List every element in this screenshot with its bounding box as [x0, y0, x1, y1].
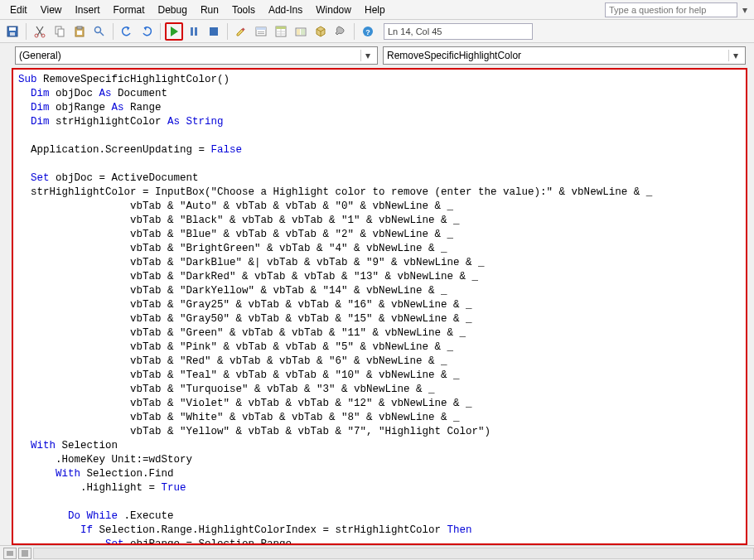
procedure-combobox-value: RemoveSpecificHighlightColor	[387, 50, 521, 61]
project-explorer-icon[interactable]	[252, 22, 270, 41]
run-icon[interactable]	[165, 22, 183, 41]
design-mode-icon[interactable]	[232, 22, 250, 41]
object-combobox-value: (General)	[19, 50, 61, 61]
code-line[interactable]: vbTab & "Black" & vbTab & vbTab & "1" & …	[18, 214, 741, 228]
svg-rect-18	[258, 31, 264, 32]
code-editor[interactable]: Sub RemoveSpecificHighlightColor() Dim o…	[12, 68, 747, 545]
code-line[interactable]: vbTab & "Yellow" & vbTab & vbTab & "7", …	[18, 425, 741, 439]
code-line[interactable]: vbTab & "Blue" & vbTab & vbTab & "2" & v…	[18, 228, 741, 242]
svg-rect-17	[256, 27, 266, 30]
object-browser-icon[interactable]	[292, 22, 310, 41]
procedure-combobox[interactable]: RemoveSpecificHighlightColor ▾	[383, 46, 746, 65]
stop-reset-icon[interactable]	[205, 22, 223, 41]
editor-area: (General) ▾ RemoveSpecificHighlightColor…	[0, 43, 754, 560]
menu-tools[interactable]: Tools	[225, 2, 262, 18]
svg-rect-14	[210, 27, 218, 36]
svg-rect-13	[195, 27, 197, 36]
svg-rect-8	[77, 27, 82, 29]
svg-rect-21	[276, 27, 286, 29]
code-line[interactable]: Set objRange = Selection.Range	[18, 538, 741, 543]
object-procedure-row: (General) ▾ RemoveSpecificHighlightColor…	[0, 43, 754, 68]
code-line[interactable]: strHighlightColor = InputBox("Choose a H…	[18, 186, 741, 200]
toolbox-icon[interactable]	[312, 22, 330, 41]
code-line[interactable]: vbTab & "Gray25" & vbTab & vbTab & "16" …	[18, 298, 741, 312]
chevron-down-icon: ▾	[728, 50, 742, 61]
svg-rect-2	[10, 32, 15, 36]
cut-icon[interactable]	[31, 22, 49, 41]
svg-line-11	[100, 32, 104, 36]
code-line[interactable]: If Selection.Range.HighlightColorIndex =…	[18, 524, 741, 538]
copy-icon[interactable]	[51, 22, 69, 41]
code-line[interactable]: vbTab & "Green" & vbTab & vbTab & "11" &…	[18, 326, 741, 340]
tools-icon[interactable]	[331, 22, 350, 41]
code-line[interactable]: vbTab & "Gray50" & vbTab & vbTab & "15" …	[18, 312, 741, 326]
code-line[interactable]: Set objDoc = ActiveDocument	[18, 171, 741, 186]
code-line[interactable]	[18, 495, 741, 509]
menu-format[interactable]: Format	[107, 2, 152, 18]
code-line[interactable]: vbTab & "Violet" & vbTab & vbTab & "12" …	[18, 397, 741, 411]
help-dropdown-icon[interactable]: ▾	[739, 4, 751, 16]
code-line[interactable]	[18, 129, 741, 143]
svg-rect-19	[258, 33, 264, 34]
code-line[interactable]: Dim objDoc As Document	[18, 87, 741, 101]
menu-addins[interactable]: Add-Ins	[262, 2, 309, 18]
svg-rect-1	[9, 27, 16, 31]
full-module-view-icon[interactable]	[18, 548, 31, 559]
code-line[interactable]: vbTab & "Turquoise" & vbTab & "3" & vbNe…	[18, 383, 741, 397]
menu-debug[interactable]: Debug	[152, 2, 194, 18]
code-line[interactable]: vbTab & "DarkRed" & vbTab & vbTab & "13"…	[18, 270, 741, 284]
cursor-position-status: Ln 14, Col 45	[384, 23, 533, 40]
find-icon[interactable]	[90, 22, 109, 41]
menu-run[interactable]: Run	[194, 2, 225, 18]
menubar: Edit View Insert Format Debug Run Tools …	[0, 0, 754, 20]
code-line[interactable]: Dim objRange As Range	[18, 101, 741, 115]
properties-window-icon[interactable]	[272, 22, 290, 41]
svg-rect-6	[58, 29, 64, 36]
svg-rect-26	[297, 29, 300, 35]
code-line[interactable]: vbTab & "DarkBlue" &| vbTab & vbTab & "9…	[18, 256, 741, 270]
menu-help[interactable]: Help	[358, 2, 392, 18]
toolbar: ? Ln 14, Col 45	[0, 20, 754, 43]
menu-insert[interactable]: Insert	[68, 2, 106, 18]
svg-point-10	[95, 27, 101, 32]
code-line[interactable]: Sub RemoveSpecificHighlightColor()	[18, 73, 741, 87]
code-line[interactable]: .HomeKey Unit:=wdStory	[18, 453, 741, 467]
view-switch-bar	[0, 545, 754, 560]
svg-rect-9	[77, 31, 82, 35]
code-line[interactable]: With Selection	[18, 439, 741, 453]
svg-rect-27	[301, 29, 305, 35]
paste-icon[interactable]	[70, 22, 89, 41]
save-icon[interactable]	[3, 22, 22, 41]
menu-edit[interactable]: Edit	[3, 2, 34, 18]
help-search-input[interactable]	[605, 2, 737, 17]
object-combobox[interactable]: (General) ▾	[15, 46, 378, 65]
help-icon[interactable]: ?	[359, 22, 377, 41]
code-line[interactable]: .Highlight = True	[18, 481, 741, 495]
chevron-down-icon: ▾	[360, 50, 374, 61]
code-line[interactable]: With Selection.Find	[18, 467, 741, 481]
code-line[interactable]: Do While .Execute	[18, 509, 741, 524]
svg-text:?: ?	[365, 28, 370, 36]
code-line[interactable]	[18, 157, 741, 171]
redo-icon[interactable]	[138, 22, 156, 41]
code-line[interactable]: vbTab & "DarkYellow" & vbTab & "14" & vb…	[18, 284, 741, 298]
code-line[interactable]: Dim strHighlightColor As String	[18, 115, 741, 129]
code-line[interactable]: vbTab & "Pink" & vbTab & vbTab & "5" & v…	[18, 340, 741, 355]
code-line[interactable]: Application.ScreenUpdating = False	[18, 143, 741, 157]
undo-icon[interactable]	[118, 22, 136, 41]
code-line[interactable]: vbTab & "White" & vbTab & vbTab & "8" & …	[18, 411, 741, 425]
svg-rect-12	[191, 27, 193, 36]
code-line[interactable]: vbTab & "Teal" & vbTab & vbTab & "10" & …	[18, 369, 741, 383]
code-line[interactable]: vbTab & "BrightGreen" & vbTab & "4" & vb…	[18, 242, 741, 256]
code-line[interactable]: vbTab & "Auto" & vbTab & vbTab & "0" & v…	[18, 200, 741, 214]
pause-icon[interactable]	[185, 22, 203, 41]
horizontal-scrollbar[interactable]	[33, 548, 754, 559]
menu-window[interactable]: Window	[309, 2, 358, 18]
code-line[interactable]: vbTab & "Red" & vbTab & vbTab & "6" & vb…	[18, 355, 741, 369]
menu-view[interactable]: View	[34, 2, 69, 18]
procedure-view-icon[interactable]	[3, 548, 17, 559]
